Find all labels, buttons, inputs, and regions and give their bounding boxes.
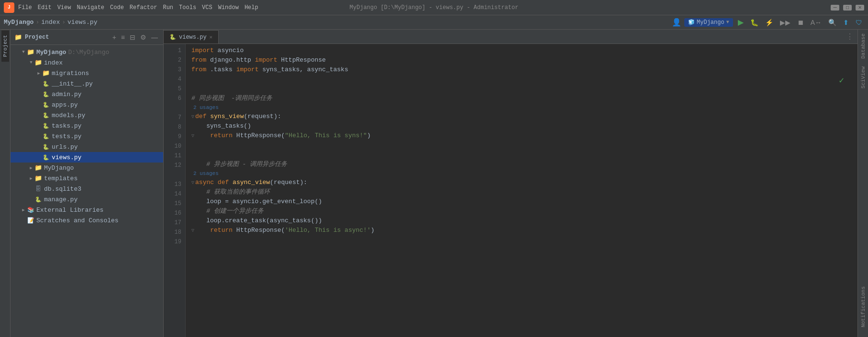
code-line-16: # 创建一个异步任务 [191,207,852,216]
panel-hide-btn[interactable]: — [150,33,159,42]
code-line-7: ▽def syns_view(request): [191,112,852,121]
tree-label-manage: manage.py [44,196,78,203]
right-panel-sciview[interactable]: SciView [859,63,867,92]
close-button[interactable]: ✕ [856,5,864,11]
code-line-usage2: 2 usages [191,169,852,178]
code-editor[interactable]: 1 2 3 4 5 6 · 7 8 9 10 11 12 · 13 14 15 [164,44,857,337]
code-line-18: ▽ return HttpResponse('Hello, This is as… [191,226,852,235]
tree-item-tests[interactable]: ▶ 🐍 tests.py [11,131,163,141]
maximize-button[interactable]: ☐ [843,5,852,11]
run-config[interactable]: 🧊 MyDjango ▼ [684,18,733,27]
editor-settings-btn[interactable]: ⋮ [842,30,857,43]
ln-4: 4 [164,75,185,84]
menu-code[interactable]: Code [110,4,124,11]
tree-item-urls[interactable]: ▶ 🐍 urls.py [11,141,163,152]
tree-item-apps[interactable]: ▶ 🐍 apps.py [11,99,163,110]
tab-close-btn[interactable]: ✕ [210,34,213,40]
project-panel: 📁 Project + ≡ ⊟ ⚙ — ▼ 📁 MyDjango D:\My [11,30,164,337]
py-icon-tests: 🐍 [42,133,50,140]
minimize-button[interactable]: — [831,5,839,11]
profile-button[interactable]: ▶▶ [778,18,792,27]
shield-button[interactable]: 🛡 [854,18,864,27]
breadcrumb-project[interactable]: MyDjango [4,19,33,26]
py-icon-init: 🐍 [42,81,50,87]
scratch-icon: 📝 [27,217,34,224]
code-content[interactable]: import asyncio from django.http import H… [186,44,857,337]
tree-label-mydjango-root: MyDjango [36,49,66,56]
app-logo: J [4,2,14,13]
menu-vcs[interactable]: VCS [202,4,212,11]
tree-item-tasks[interactable]: ▶ 🐍 tasks.py [11,120,163,131]
editor-tabs: 🐍 views.py ✕ ⋮ [164,30,857,44]
menu-file[interactable]: File [18,4,32,11]
run-config-arrow: ▼ [726,20,729,25]
panel-list-btn[interactable]: ≡ [120,33,126,42]
tree-item-scratches[interactable]: ▶ 📝 Scratches and Consoles [11,215,163,226]
tree-item-mydjango-sub[interactable]: ▶ 📁 MyDjango [11,163,163,173]
code-line-12: # 异步视图 - 调用异步任务 [191,160,852,169]
menu-navigate[interactable]: Navigate [77,4,104,11]
menu-window[interactable]: Window [218,4,239,11]
file-status-ok: ✓ [839,75,844,86]
tree-item-mydjango-root[interactable]: ▼ 📁 MyDjango D:\MyDjango [11,47,163,57]
right-panel-database[interactable]: Database [859,30,867,63]
project-panel-title: Project [25,34,49,41]
tree-item-ext-libs[interactable]: ▶ 📚 External Libraries [11,205,163,215]
ln-13: 13 [164,180,185,189]
project-tree: ▼ 📁 MyDjango D:\MyDjango ▼ 📁 index [11,45,163,337]
db-icon: 🗄 [34,185,42,193]
menu-help[interactable]: Help [245,4,258,11]
translate-button[interactable]: A↔ [809,18,823,27]
left-sidebar: Project [0,30,11,337]
user-icon[interactable]: 👤 [672,18,681,27]
ln-1: 1 [164,46,185,55]
menu-view[interactable]: View [57,4,71,11]
nav-bar-actions: 👤 🧊 MyDjango ▼ ▶ 🐛 ⚡ ▶▶ ⏹ A↔ 🔍 ⬆ 🛡 [672,17,864,28]
tree-item-admin[interactable]: ▶ 🐍 admin.py [11,89,163,99]
tree-item-models[interactable]: ▶ 🐍 models.py [11,110,163,120]
menu-refactor[interactable]: Refactor [130,4,157,11]
tab-views[interactable]: 🐍 views.py ✕ [164,30,219,43]
tree-label-templates: templates [44,175,78,182]
ext-libs-icon: 📚 [27,207,34,214]
code-line-11 [191,150,852,160]
tree-label-mydjango-sub: MyDjango [44,164,74,172]
ln-15: 15 [164,199,185,208]
run-button[interactable]: ▶ [736,17,746,28]
code-line-4 [191,75,852,84]
tree-item-views[interactable]: ▶ 🐍 views.py [11,152,163,163]
ln-2: 2 [164,55,185,65]
code-line-6: # 同步视图 -调用同步任务 [191,94,852,103]
tree-item-manage[interactable]: ▶ 🐍 manage.py [11,194,163,205]
panel-add-btn[interactable]: + [111,33,118,42]
code-line-15: loop = asyncio.get_event_loop() [191,197,852,207]
debug-button[interactable]: 🐛 [748,18,760,27]
app-root: J File Edit View Navigate Code Refactor … [0,0,868,337]
sidebar-tab-project[interactable]: Project [1,30,9,62]
menu-run[interactable]: Run [163,4,173,11]
main-layout: Project 📁 Project + ≡ ⊟ ⚙ — ▼ [0,30,868,337]
tree-item-templates[interactable]: ▶ 📁 templates [11,173,163,184]
menu-edit[interactable]: Edit [38,4,52,11]
ln-10: 10 [164,141,185,151]
code-line-13: ▽async def async_view(request): [191,178,852,187]
editor-area: 🐍 views.py ✕ ⋮ 1 2 3 4 5 6 · 7 8 [164,30,857,337]
code-line-19 [191,235,852,245]
breadcrumb: MyDjango › index › views.py [4,19,97,26]
panel-collapse-btn[interactable]: ⊟ [128,33,137,42]
breadcrumb-module[interactable]: index [41,19,60,26]
panel-settings-btn[interactable]: ⚙ [139,33,148,42]
tree-item-migrations[interactable]: ▶ 📁 migrations [11,68,163,78]
menu-tools[interactable]: Tools [179,4,196,11]
right-panel-notifications[interactable]: Notifications [858,279,868,337]
tree-item-init[interactable]: ▶ 🐍 __init__.py [11,78,163,89]
breadcrumb-file[interactable]: views.py [67,19,97,26]
tree-item-index[interactable]: ▼ 📁 index [11,57,163,68]
stop-button[interactable]: ⏹ [795,18,806,27]
search-button[interactable]: 🔍 [826,18,838,27]
tree-item-db[interactable]: ▶ 🗄 db.sqlite3 [11,184,163,194]
coverage-button[interactable]: ⚡ [763,18,775,27]
update-button[interactable]: ⬆ [841,18,851,27]
tree-label-tests: tests.py [52,133,81,140]
ln-3: 3 [164,65,185,75]
